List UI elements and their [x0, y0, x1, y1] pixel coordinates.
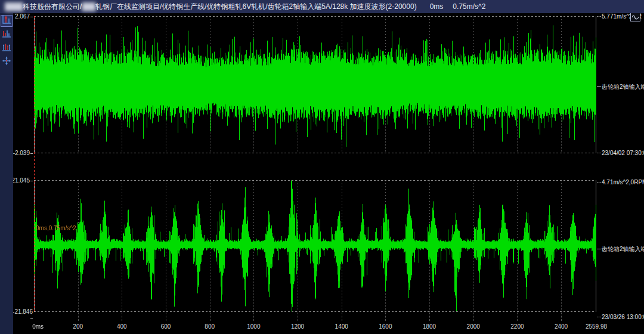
- cursor-time-readout: 0ms: [430, 2, 444, 11]
- cursor-annotation: 0ms,0.75m/s^2: [36, 225, 76, 231]
- x-tick-label: 2559.98: [586, 323, 607, 330]
- x-tick-label: 1200: [291, 323, 304, 330]
- x-tick-label: 2000: [467, 323, 480, 330]
- pan-tool-button[interactable]: [1, 56, 13, 68]
- x-tick-label: 600: [161, 323, 171, 330]
- vibration-monitor-window: ████科技股份有限公司/███轧钢厂在线监测项目/优特钢生产线/优特钢粗轧6V…: [0, 0, 644, 334]
- x-tick-label: 1000: [247, 323, 260, 330]
- spectrum-arrows-icon: [2, 42, 11, 54]
- x-tick-mark: [210, 313, 210, 321]
- x-tick-label: 400: [117, 323, 127, 330]
- peak-readout-bottom-chart: 4.71m/s^2,0RPM: [597, 179, 644, 185]
- spectrum-bars-icon: [2, 29, 11, 41]
- title-bar: ████科技股份有限公司/███轧钢厂在线监测项目/优特钢生产线/优特钢粗轧6V…: [0, 0, 644, 13]
- move-arrows-icon: [2, 56, 11, 68]
- x-tick-label: 1400: [335, 323, 348, 330]
- y-max-label-bottom-chart: 21.045: [11, 177, 33, 184]
- waveform-view-button[interactable]: [630, 13, 640, 21]
- x-tick-mark: [253, 313, 254, 321]
- x-tick-mark: [517, 313, 518, 321]
- sine-wave-icon: [631, 12, 639, 23]
- waveform-tool-button[interactable]: [1, 15, 13, 27]
- tool-sidebar: [0, 13, 13, 334]
- x-tick-mark: [122, 313, 122, 321]
- x-tick-label: 1800: [423, 323, 436, 330]
- timestamp-top-chart: 23/04/02 07:30:00: [597, 150, 644, 156]
- x-tick-label: 0ms: [32, 323, 44, 330]
- x-tick-mark: [473, 313, 474, 321]
- x-tick-mark: [429, 313, 430, 321]
- x-tick-mark: [298, 313, 298, 321]
- channel-label-top-chart: 齿轮箱2轴输入端5A: [597, 83, 644, 91]
- y-max-label-top-chart: 2.067: [11, 13, 33, 20]
- x-tick-label: 1600: [379, 323, 392, 330]
- x-tick-mark: [342, 313, 342, 321]
- channel-label-bottom-chart: 齿轮箱2轴输入端5A: [597, 245, 644, 253]
- x-tick-label: 800: [205, 323, 215, 330]
- redacted-company-name: ████: [5, 2, 23, 11]
- x-tick-mark: [385, 313, 386, 321]
- time-cursor-line[interactable]: [34, 16, 35, 312]
- x-tick-mark: [561, 313, 562, 321]
- breadcrumb-path: 轧钢厂在线监测项目/优特钢生产线/优特钢粗轧6V轧机/齿轮箱2轴输入端5A/12…: [95, 2, 417, 12]
- x-axis: 0ms2004006008001000120014001600180020002…: [0, 313, 644, 334]
- spectrum-tool-button[interactable]: [1, 29, 13, 41]
- cursor-amplitude-readout: 0.75m/s^2: [453, 2, 485, 11]
- x-tick-label: 200: [73, 323, 83, 330]
- breadcrumb-company: 科技股份有限公司/: [23, 2, 82, 12]
- redacted-site-name: ███: [82, 2, 95, 11]
- x-tick-label: 2200: [510, 323, 524, 330]
- multi-spectrum-tool-button[interactable]: [1, 42, 13, 54]
- x-tick-mark: [166, 313, 166, 321]
- x-tick-label: 2400: [555, 323, 568, 330]
- waveform-chart-bottom[interactable]: [34, 180, 596, 312]
- y-min-label-top-chart: -2.039: [11, 150, 33, 156]
- waveform-chart-top[interactable]: [34, 16, 596, 153]
- x-tick-mark: [78, 313, 79, 321]
- waveform-cursor-icon: [2, 15, 11, 27]
